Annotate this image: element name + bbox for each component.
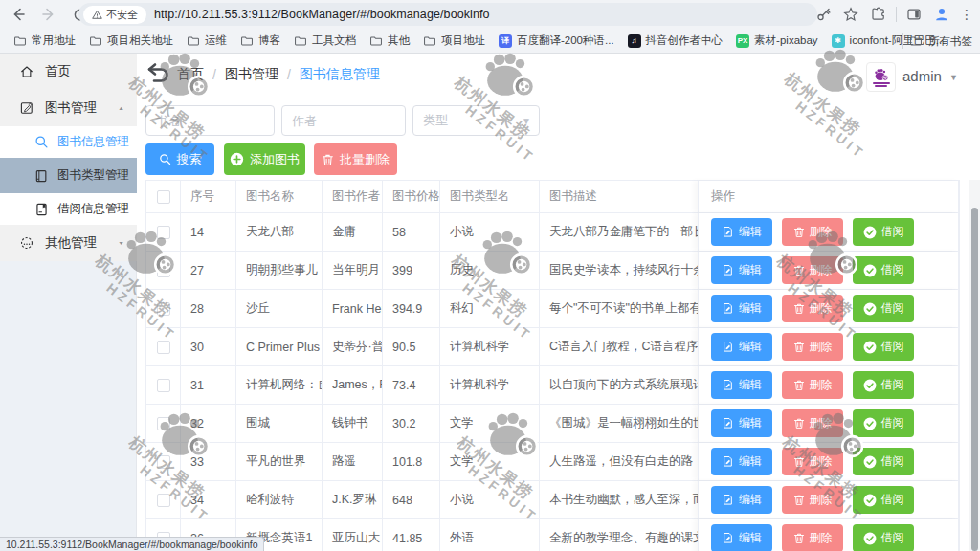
batch-delete-button[interactable]: 批量删除 [314,143,397,175]
delete-button[interactable]: 删除 [782,256,843,284]
row-checkbox[interactable] [157,341,170,354]
sidebar-item-图书管理[interactable]: 图书管理▲ [0,90,137,126]
author-input[interactable] [281,105,406,136]
side-panel-icon[interactable] [903,2,924,27]
table-cell: 文学 [440,443,540,480]
security-chip[interactable]: 不安全 [83,6,146,24]
bookmark-star-icon[interactable] [840,2,861,27]
edit-button[interactable]: 编辑 [711,409,772,437]
type-select[interactable]: 类型 ▼ [412,105,540,136]
search-button[interactable]: 搜索 [145,143,214,175]
borrow-button[interactable]: 借阅 [853,486,914,514]
table-row: 33平凡的世界路遥101.8文学人生路遥，但没有白走的路；在平凡的世界编辑删除借… [146,443,959,481]
select-all-checkbox[interactable] [157,190,170,204]
edit-button[interactable]: 编辑 [711,448,772,475]
page-back-icon[interactable] [145,60,170,85]
table-cell: 90.5 [383,328,440,365]
url-text: http://10.211.55.3:9112/BookManager/#/bo… [154,8,490,21]
breadcrumb-item[interactable]: 图书信息管理 [300,66,380,83]
edit-button[interactable]: 编辑 [711,333,772,361]
password-key-icon[interactable] [813,2,834,27]
edit-button-label: 编辑 [739,224,762,240]
delete-button[interactable]: 删除 [782,448,843,475]
sidebar-item-其他管理[interactable]: 其他管理▼ [0,225,137,261]
bookmark-label: 素材-pixabay [754,33,817,48]
delete-button[interactable]: 删除 [782,333,843,361]
delete-button[interactable]: 删除 [782,371,843,399]
url-bar[interactable]: 不安全 http://10.211.55.3:9112/BookManager/… [78,3,817,26]
profile-avatar-icon[interactable] [931,2,952,27]
bookmark-item[interactable]: 项目地址 [423,33,485,48]
table-cell: 本书生动幽默，感人至深，而罗琳的创作经 [540,481,698,518]
back-icon[interactable] [6,2,31,27]
row-checkbox[interactable] [157,264,170,277]
delete-button[interactable]: 删除 [782,486,843,514]
table-cell: 路遥 [323,443,383,480]
bookmark-item[interactable]: 常用地址 [13,33,76,48]
row-checkbox[interactable] [157,494,170,507]
add-book-button[interactable]: 添加图书 [224,143,305,175]
borrow-button[interactable]: 借阅 [853,448,914,475]
bookmark-item[interactable]: ♫抖音创作者中心 [628,33,724,48]
bookmark-item[interactable]: 运维 [187,33,227,48]
book-name-input[interactable] [145,105,275,136]
sidebar-item-首页[interactable]: 首页 [0,54,137,90]
edit-button[interactable]: 编辑 [711,486,772,514]
row-actions-cell: 编辑删除借阅 [698,328,959,365]
user-avatar[interactable] [866,62,896,92]
trash-icon [793,379,805,391]
breadcrumb-item[interactable]: 图书管理 [225,66,278,83]
delete-button[interactable]: 删除 [782,524,843,551]
row-checkbox[interactable] [157,417,170,430]
borrow-button[interactable]: 借阅 [853,256,914,284]
bookmark-item[interactable]: 博客 [240,33,280,48]
sidebar-item-图书类型管理[interactable]: 图书类型管理 [0,158,137,193]
bookmark-item[interactable]: 工具文档 [294,33,356,48]
username-label[interactable]: admin [902,68,942,84]
menu-dots-icon[interactable]: ⋮ [959,2,974,27]
edit-button[interactable]: 编辑 [711,295,772,322]
all-bookmarks-label[interactable]: 所有书签 [928,34,972,49]
edit-button[interactable]: 编辑 [711,256,772,284]
bookmark-item[interactable]: 项目相关地址 [89,33,173,48]
row-checkbox[interactable] [157,226,170,239]
edit-button[interactable]: 编辑 [711,218,772,246]
borrow-button[interactable]: 借阅 [853,371,914,399]
breadcrumb-item[interactable]: 首页 [177,66,204,83]
bookmark-item[interactable]: PX素材-pixabay [736,33,817,48]
bookmark-item[interactable]: 译百度翻译-200种语... [499,33,614,48]
delete-button[interactable]: 删除 [782,409,843,437]
scrollbar-thumb[interactable] [971,208,978,551]
bookmark-item[interactable]: 其他 [369,33,410,48]
sidebar-item-借阅信息管理[interactable]: 借阅信息管理 [0,193,137,225]
table-cell: James，F.K... [323,366,383,404]
favicon-icon: ♫ [628,34,641,48]
table-row: 36新概念英语1亚历山大41.85外语全新的教学理念、有趣的课文内容、全面的技编… [146,519,959,551]
table-cell: 28 [181,290,236,327]
delete-button[interactable]: 删除 [782,218,843,246]
extensions-icon[interactable] [868,2,889,27]
edit-button[interactable]: 编辑 [711,524,772,551]
edit-button[interactable]: 编辑 [711,371,772,399]
table-header-row: 序号图书名称图书作者图书价格图书类型名图书描述操作 [146,181,959,213]
borrow-button[interactable]: 借阅 [853,218,914,246]
table-row: 28沙丘Frank Herbert394.9科幻每个"不可不读"的书单上都有《沙… [146,290,959,328]
circle-dots-icon [19,235,34,251]
sidebar-item-图书信息管理[interactable]: 图书信息管理 [0,126,137,158]
table-cell: 648 [383,481,440,518]
borrow-button[interactable]: 借阅 [853,524,914,551]
row-checkbox[interactable] [157,302,170,316]
row-checkbox[interactable] [157,455,170,469]
borrow-button[interactable]: 借阅 [853,295,914,322]
borrow-button[interactable]: 借阅 [853,409,914,437]
table-cell: 31 [181,366,236,404]
delete-button[interactable]: 删除 [782,295,843,322]
user-dropdown-caret-icon[interactable]: ▼ [949,73,958,82]
table-cell: 明朝那些事儿 [236,252,323,289]
borrow-button[interactable]: 借阅 [853,333,914,361]
sidebar-empty-area [0,261,137,551]
column-header: 图书描述 [540,181,698,212]
row-checkbox[interactable] [157,379,170,392]
edit-doc-icon [722,455,734,468]
edit-button-label: 编辑 [739,262,762,278]
